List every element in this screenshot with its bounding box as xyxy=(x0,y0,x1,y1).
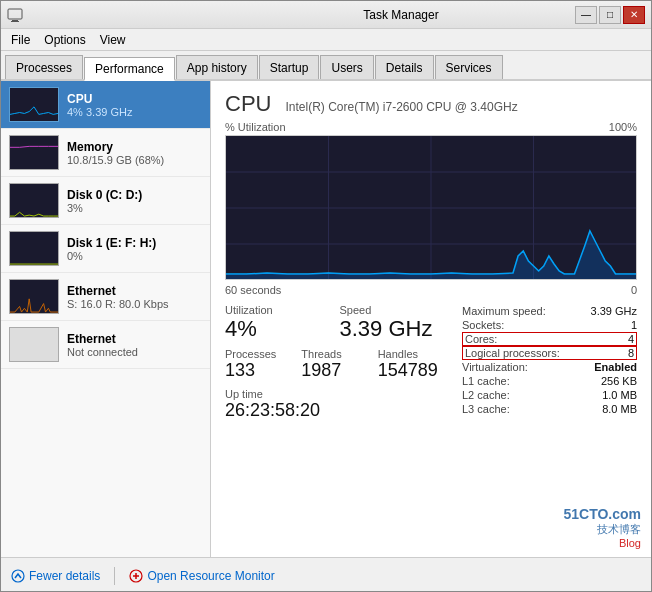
detail-left: Utilization 4% Speed 3.39 GHz Processes … xyxy=(225,304,454,428)
tab-startup[interactable]: Startup xyxy=(259,55,320,79)
processes-value: 133 xyxy=(225,360,301,382)
window-controls: — □ ✕ xyxy=(575,6,645,24)
cpu-sublabel: 4% 3.39 GHz xyxy=(67,106,202,118)
title-bar-left xyxy=(7,7,227,23)
handles-value: 154789 xyxy=(378,360,454,382)
stat-uptime: Up time 26:23:58:20 xyxy=(225,388,454,422)
stat-utilization: Utilization 4% xyxy=(225,304,340,342)
menu-options[interactable]: Options xyxy=(38,32,91,48)
ethernet1-label: Ethernet xyxy=(67,284,202,298)
handles-label: Handles xyxy=(378,348,454,360)
svg-rect-4 xyxy=(10,136,58,169)
logical-val: 8 xyxy=(628,347,634,359)
l3-key: L3 cache: xyxy=(462,403,510,415)
bottom-divider xyxy=(114,567,115,585)
cores-val: 4 xyxy=(628,333,634,345)
maximize-button[interactable]: □ xyxy=(599,6,621,24)
l1-key: L1 cache: xyxy=(462,375,510,387)
tab-services[interactable]: Services xyxy=(435,55,503,79)
info-max-speed: Maximum speed: 3.39 GHz xyxy=(462,304,637,318)
detail-columns: Utilization 4% Speed 3.39 GHz Processes … xyxy=(225,304,637,428)
svg-rect-2 xyxy=(11,21,19,22)
ethernet2-thumbnail xyxy=(9,327,59,362)
menu-file[interactable]: File xyxy=(5,32,36,48)
info-sockets: Sockets: 1 xyxy=(462,318,637,332)
sidebar-item-ethernet2[interactable]: Ethernet Not connected xyxy=(1,321,210,369)
cpu-thumbnail xyxy=(9,87,59,122)
utilization-label: Utilization xyxy=(225,304,340,316)
disk1-info: Disk 1 (E: F: H:) 0% xyxy=(67,236,202,262)
chart-label-top: % Utilization 100% xyxy=(225,121,637,133)
stats-row-3: Up time 26:23:58:20 xyxy=(225,388,454,422)
uptime-value: 26:23:58:20 xyxy=(225,400,454,422)
detail-header: CPU Intel(R) Core(TM) i7-2600 CPU @ 3.40… xyxy=(225,91,637,117)
virt-key: Virtualization: xyxy=(462,361,528,373)
threads-value: 1987 xyxy=(301,360,377,382)
tab-processes[interactable]: Processes xyxy=(5,55,83,79)
utilization-max: 100% xyxy=(609,121,637,133)
chevron-up-icon xyxy=(11,569,25,583)
menu-view[interactable]: View xyxy=(94,32,132,48)
sidebar: CPU 4% 3.39 GHz Memory 10.8/15.9 GB (68%… xyxy=(1,81,211,557)
stat-processes: Processes 133 xyxy=(225,348,301,382)
ethernet2-sublabel: Not connected xyxy=(67,346,202,358)
utilization-label-top: % Utilization xyxy=(225,121,286,133)
memory-sublabel: 10.8/15.9 GB (68%) xyxy=(67,154,202,166)
cpu-info: CPU 4% 3.39 GHz xyxy=(67,92,202,118)
stat-handles: Handles 154789 xyxy=(378,348,454,382)
svg-rect-1 xyxy=(12,20,18,21)
chart-label-bottom: 60 seconds 0 xyxy=(225,284,637,296)
open-resource-monitor-label: Open Resource Monitor xyxy=(147,569,274,583)
close-button[interactable]: ✕ xyxy=(623,6,645,24)
detail-subtitle: Intel(R) Core(TM) i7-2600 CPU @ 3.40GHz xyxy=(285,100,517,114)
l2-key: L2 cache: xyxy=(462,389,510,401)
info-virt: Virtualization: Enabled xyxy=(462,360,637,374)
svg-rect-8 xyxy=(10,280,58,313)
sidebar-item-cpu[interactable]: CPU 4% 3.39 GHz xyxy=(1,81,210,129)
main-content: CPU 4% 3.39 GHz Memory 10.8/15.9 GB (68%… xyxy=(1,81,651,557)
memory-label: Memory xyxy=(67,140,202,154)
stat-threads: Threads 1987 xyxy=(301,348,377,382)
info-l2: L2 cache: 1.0 MB xyxy=(462,388,637,402)
sidebar-item-memory[interactable]: Memory 10.8/15.9 GB (68%) xyxy=(1,129,210,177)
tab-performance[interactable]: Performance xyxy=(84,57,175,81)
cpu-label: CPU xyxy=(67,92,202,106)
fewer-details-link[interactable]: Fewer details xyxy=(11,569,100,583)
sidebar-item-disk1[interactable]: Disk 1 (E: F: H:) 0% xyxy=(1,225,210,273)
tab-details[interactable]: Details xyxy=(375,55,434,79)
virt-val: Enabled xyxy=(594,361,637,373)
chart-x-left: 60 seconds xyxy=(225,284,281,296)
svg-rect-5 xyxy=(10,184,58,217)
ethernet1-thumbnail xyxy=(9,279,59,314)
sidebar-item-disk0[interactable]: Disk 0 (C: D:) 3% xyxy=(1,177,210,225)
l1-val: 256 KB xyxy=(601,375,637,387)
memory-info: Memory 10.8/15.9 GB (68%) xyxy=(67,140,202,166)
open-resource-monitor-link[interactable]: Open Resource Monitor xyxy=(129,569,274,583)
tab-users[interactable]: Users xyxy=(320,55,373,79)
tab-app-history[interactable]: App history xyxy=(176,55,258,79)
svg-point-18 xyxy=(12,570,24,582)
utilization-value: 4% xyxy=(225,316,340,342)
uptime-label: Up time xyxy=(225,388,454,400)
info-l3: L3 cache: 8.0 MB xyxy=(462,402,637,416)
ethernet2-label: Ethernet xyxy=(67,332,202,346)
l2-val: 1.0 MB xyxy=(602,389,637,401)
minimize-button[interactable]: — xyxy=(575,6,597,24)
stats-row-1: Utilization 4% Speed 3.39 GHz xyxy=(225,304,454,342)
svg-rect-6 xyxy=(10,232,58,265)
fewer-details-label: Fewer details xyxy=(29,569,100,583)
detail-title: CPU xyxy=(225,91,271,117)
sidebar-item-ethernet1[interactable]: Ethernet S: 16.0 R: 80.0 Kbps xyxy=(1,273,210,321)
speed-label: Speed xyxy=(340,304,455,316)
svg-rect-0 xyxy=(8,9,22,19)
title-bar: Task Manager — □ ✕ xyxy=(1,1,651,29)
speed-value: 3.39 GHz xyxy=(340,316,455,342)
info-panel: Maximum speed: 3.39 GHz Sockets: 1 Cores… xyxy=(462,304,637,428)
cpu-chart xyxy=(225,135,637,280)
cores-key: Cores: xyxy=(465,333,497,345)
svg-rect-3 xyxy=(10,88,58,121)
disk0-sublabel: 3% xyxy=(67,202,202,214)
sockets-key: Sockets: xyxy=(462,319,504,331)
info-cores: Cores: 4 xyxy=(462,332,637,346)
detail-panel: CPU Intel(R) Core(TM) i7-2600 CPU @ 3.40… xyxy=(211,81,651,557)
